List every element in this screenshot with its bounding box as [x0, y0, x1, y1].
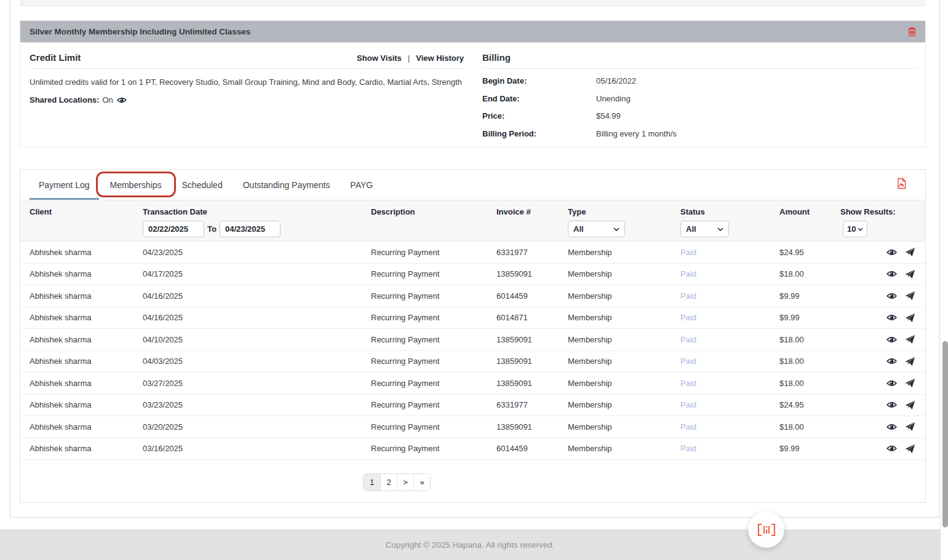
cell-type: Membership [568, 291, 680, 301]
cell-transaction-date: 03/20/2025 [143, 422, 371, 432]
cell-type: Membership [568, 400, 680, 409]
table-row: Abhishek sharma 04/16/2025 Recurring Pay… [20, 307, 925, 329]
cell-amount: $18.00 [779, 422, 840, 432]
cell-status: Paid [680, 291, 779, 301]
delete-membership-icon[interactable] [907, 26, 917, 37]
cell-status: Paid [680, 335, 779, 344]
cell-type: Membership [568, 444, 680, 453]
cell-transaction-date: 04/17/2025 [143, 269, 371, 278]
scrollbar-track[interactable] [941, 0, 948, 560]
footer: Copyright © 2025 Hapana. All rights rese… [0, 529, 940, 560]
pagination-button[interactable]: 2 [380, 474, 397, 491]
show-results-select[interactable]: 10 [843, 221, 867, 237]
cell-invoice: 13859091 [496, 422, 568, 432]
cell-actions [884, 313, 925, 323]
pagination-button[interactable]: 1 [364, 474, 380, 491]
view-payment-icon[interactable] [886, 336, 897, 344]
send-receipt-icon[interactable] [905, 378, 915, 388]
status-select[interactable]: All [680, 221, 729, 237]
cell-transaction-date: 04/10/2025 [143, 335, 371, 344]
cell-status: Paid [680, 357, 779, 366]
cell-client: Abhishek sharma [20, 400, 143, 409]
view-payment-icon[interactable] [886, 401, 897, 409]
tab-outstanding-payments[interactable]: Outstanding Payments [234, 170, 340, 200]
column-status: Status All [680, 207, 779, 241]
billing-row: Begin Date: 05/16/2022 [482, 72, 916, 90]
copyright-text: Copyright © 2025 Hapana. All rights rese… [386, 540, 555, 550]
cell-client: Abhishek sharma [20, 422, 143, 432]
billing-label: End Date: [482, 94, 596, 103]
send-receipt-icon[interactable] [905, 422, 915, 432]
cell-status: Paid [680, 444, 779, 453]
cell-transaction-date: 04/23/2025 [143, 248, 371, 257]
cell-description: Recurring Payment [371, 291, 496, 301]
send-receipt-icon[interactable] [905, 444, 915, 454]
cell-status: Paid [680, 313, 779, 322]
send-receipt-icon[interactable] [905, 357, 915, 366]
column-client: Client [20, 207, 143, 241]
table-row: Abhishek sharma 03/27/2025 Recurring Pay… [20, 373, 925, 395]
cell-client: Abhishek sharma [20, 248, 143, 257]
cell-description: Recurring Payment [371, 444, 496, 453]
cell-actions [884, 378, 925, 388]
cell-description: Recurring Payment [371, 335, 496, 344]
send-receipt-icon[interactable] [905, 400, 915, 410]
chevron-down-icon [613, 227, 619, 231]
view-payment-icon[interactable] [886, 292, 897, 300]
cell-client: Abhishek sharma [20, 335, 143, 344]
billing-value: $54.99 [596, 111, 621, 120]
page: Silver Monthly Membership Including Unli… [0, 0, 948, 560]
send-receipt-icon[interactable] [905, 313, 915, 323]
cell-client: Abhishek sharma [20, 313, 143, 322]
show-visits-link[interactable]: Show Visits [357, 53, 402, 63]
table-row: Abhishek sharma 04/17/2025 Recurring Pay… [20, 264, 925, 286]
cell-actions [884, 291, 925, 301]
table-filter-row: Client Transaction Date To Description I… [20, 200, 925, 242]
cell-transaction-date: 04/16/2025 [143, 291, 371, 301]
cell-type: Membership [568, 379, 680, 388]
column-show-results: Show Results: 10 [840, 207, 884, 241]
cell-client: Abhishek sharma [20, 269, 143, 278]
cell-client: Abhishek sharma [20, 357, 143, 366]
barcode-scan-button[interactable] [748, 511, 784, 548]
date-to-input[interactable] [220, 221, 281, 237]
cell-type: Membership [568, 357, 680, 366]
send-receipt-icon[interactable] [905, 334, 915, 344]
shared-locations-label: Shared Locations: [30, 95, 99, 105]
export-pdf-icon[interactable] [896, 178, 907, 189]
send-receipt-icon[interactable] [905, 269, 915, 279]
view-payment-icon[interactable] [886, 314, 897, 321]
cell-invoice: 13859091 [496, 379, 568, 388]
link-separator: | [408, 53, 410, 63]
tab-memberships[interactable]: Memberships [101, 170, 171, 200]
view-payment-icon[interactable] [886, 357, 897, 365]
type-select[interactable]: All [568, 221, 625, 237]
pagination-button[interactable]: » [413, 474, 430, 491]
cell-transaction-date: 03/16/2025 [143, 444, 371, 453]
tab-payg[interactable]: PAYG [341, 170, 382, 200]
shared-locations-eye-icon[interactable] [117, 97, 127, 104]
date-from-input[interactable] [143, 221, 204, 237]
view-payment-icon[interactable] [886, 423, 897, 431]
tab-scheduled[interactable]: Scheduled [173, 170, 232, 200]
pagination-button[interactable]: > [397, 474, 413, 491]
tab-payment-log[interactable]: Payment Log [30, 170, 99, 200]
view-payment-icon[interactable] [886, 248, 897, 256]
cell-type: Membership [568, 313, 680, 322]
payments-panel: Payment LogMembershipsScheduledOutstandi… [20, 169, 926, 503]
view-payment-icon[interactable] [886, 270, 897, 278]
barcode-scan-icon [757, 523, 776, 537]
table-row: Abhishek sharma 03/16/2025 Recurring Pay… [20, 438, 925, 460]
column-invoice: Invoice # [496, 207, 568, 241]
view-payment-icon[interactable] [886, 444, 897, 452]
send-receipt-icon[interactable] [905, 291, 915, 301]
send-receipt-icon[interactable] [905, 247, 915, 257]
view-payment-icon[interactable] [886, 379, 897, 387]
cell-invoice: 6014459 [496, 444, 568, 453]
content-frame: Silver Monthly Membership Including Unli… [10, 0, 940, 518]
scrollbar-thumb[interactable] [942, 341, 948, 527]
cell-type: Membership [568, 248, 680, 257]
view-history-link[interactable]: View History [416, 53, 464, 63]
column-type: Type All [568, 207, 680, 241]
cell-amount: $18.00 [779, 335, 840, 344]
